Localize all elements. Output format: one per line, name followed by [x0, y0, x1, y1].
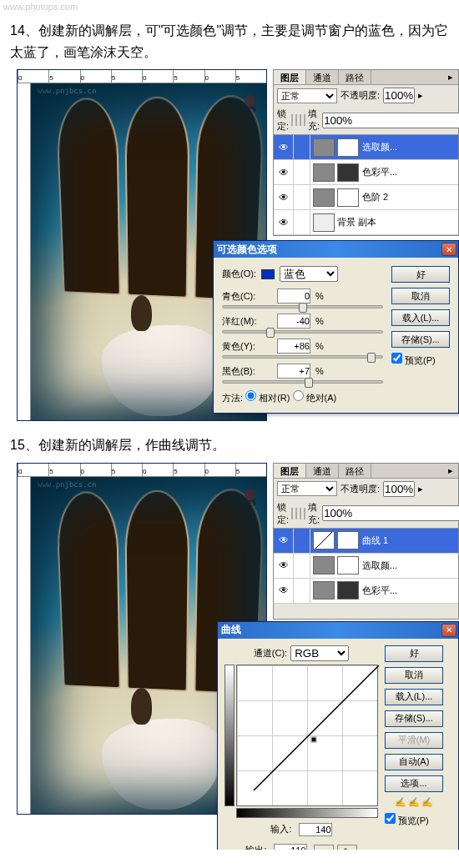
eyedropper-black-icon[interactable]: ✍: [395, 797, 406, 808]
layer-item[interactable]: 👁选取颜...: [274, 135, 458, 160]
visibility-eye-icon[interactable]: 👁: [274, 185, 294, 209]
slider-label: 青色(C):: [222, 290, 272, 303]
layer-thumb: [313, 556, 335, 574]
eyedropper-white-icon[interactable]: ✍: [421, 797, 433, 808]
ruler-vertical: [18, 477, 31, 814]
tab-layers[interactable]: 图层: [274, 70, 306, 84]
method-relative-radio[interactable]: 相对(R): [245, 393, 290, 403]
output-label: 输出:: [245, 844, 266, 850]
tab-channels[interactable]: 通道: [306, 464, 339, 478]
lock-brush-icon[interactable]: [295, 508, 297, 519]
cancel-button[interactable]: 取消: [391, 288, 450, 304]
slider-track[interactable]: [222, 355, 383, 359]
layer-item[interactable]: 👁色彩平...: [274, 579, 458, 604]
selective-color-title: 可选颜色选项: [217, 243, 441, 257]
curve-point[interactable]: [311, 736, 317, 742]
link-cell[interactable]: [294, 554, 310, 578]
opacity-input[interactable]: [383, 481, 415, 497]
fill-label: 填充:: [308, 108, 320, 133]
lock-move-icon[interactable]: [300, 114, 301, 126]
curve-tool-point-icon[interactable]: 〜: [314, 845, 334, 850]
preview-checkbox[interactable]: 预览(P): [391, 353, 450, 367]
slider-track[interactable]: [222, 330, 383, 334]
layer-item[interactable]: 👁色彩平...: [274, 160, 458, 185]
color-label: 颜色(O):: [222, 268, 256, 280]
slider-track[interactable]: [222, 380, 383, 384]
load-button[interactable]: 载入(L)...: [391, 309, 450, 326]
lock-move-icon[interactable]: [300, 508, 301, 519]
link-cell[interactable]: [294, 160, 310, 184]
layer-mask-thumb: [337, 163, 359, 182]
visibility-eye-icon[interactable]: 👁: [274, 579, 294, 603]
curve-output-field[interactable]: [274, 844, 307, 850]
slider-value-input[interactable]: [277, 364, 310, 379]
slider-value-input[interactable]: [277, 288, 310, 304]
ok-button[interactable]: 好: [391, 266, 450, 283]
visibility-eye-icon[interactable]: 👁: [274, 135, 294, 159]
layer-thumb: [313, 163, 335, 182]
blend-mode-select[interactable]: 正常: [277, 481, 337, 496]
layer-name: 背景 副本: [337, 216, 458, 228]
slider-thumb-handle[interactable]: [367, 353, 376, 363]
visibility-eye-icon[interactable]: 👁: [274, 210, 294, 234]
link-cell[interactable]: [294, 185, 310, 209]
panel-menu-icon[interactable]: ▸: [443, 70, 458, 84]
visibility-eye-icon[interactable]: 👁: [274, 160, 294, 184]
layer-mask-thumb: [337, 531, 359, 549]
color-select[interactable]: 蓝色: [280, 266, 338, 282]
blend-mode-select[interactable]: 正常: [277, 88, 337, 103]
ruler-vertical: [18, 83, 31, 420]
tab-paths[interactable]: 路径: [339, 70, 371, 84]
link-cell[interactable]: [294, 210, 310, 234]
eyedropper-gray-icon[interactable]: ✍: [408, 797, 420, 808]
layer-thumb: [313, 138, 335, 157]
lock-transparent-icon[interactable]: [291, 114, 293, 126]
ok-button[interactable]: 好: [385, 645, 443, 662]
percent-label: %: [315, 316, 324, 326]
slider-thumb-handle[interactable]: [266, 328, 275, 338]
layer-item[interactable]: 👁色阶 2: [274, 185, 458, 210]
layer-item[interactable]: 👁选取颜...: [274, 554, 458, 579]
slider-value-input[interactable]: [277, 314, 310, 329]
lock-brush-icon[interactable]: [295, 114, 297, 126]
fill-input[interactable]: [322, 113, 459, 128]
lock-all-icon[interactable]: [304, 508, 305, 519]
tab-paths[interactable]: 路径: [339, 464, 371, 478]
channel-select[interactable]: RGB: [290, 645, 349, 661]
slider-track[interactable]: [222, 305, 383, 309]
method-absolute-radio[interactable]: 绝对(A): [293, 393, 337, 403]
slider-value-input[interactable]: [277, 339, 310, 354]
lock-all-icon[interactable]: [304, 114, 305, 126]
layer-mask-thumb: [337, 188, 359, 207]
opacity-input[interactable]: [383, 88, 415, 103]
link-cell[interactable]: [294, 579, 310, 603]
section-2: Ps 教程稿.psd @ 66.7% (曲... _ ▢ ✕ 05050505 …: [0, 463, 459, 821]
tab-layers[interactable]: 图层: [274, 464, 306, 478]
slider-thumb-handle[interactable]: [299, 303, 307, 313]
link-cell[interactable]: [294, 135, 310, 159]
fill-input[interactable]: [322, 505, 459, 521]
curve-input-field[interactable]: [299, 823, 332, 836]
dialog-close-button[interactable]: ✕: [441, 624, 456, 637]
channel-label: 通道(C):: [254, 647, 287, 660]
link-cell[interactable]: [294, 529, 310, 553]
curve-tool-pencil-icon[interactable]: ✎: [337, 845, 357, 850]
panel-menu-icon[interactable]: ▸: [443, 464, 458, 478]
dialog-close-button[interactable]: ✕: [441, 243, 456, 256]
layer-name: 选取颜...: [362, 141, 458, 153]
slider-thumb-handle[interactable]: [305, 378, 313, 388]
visibility-eye-icon[interactable]: 👁: [274, 554, 294, 578]
preview-checkbox[interactable]: 预览(P): [385, 813, 443, 827]
curves-dialog: 曲线 ✕ 通道(C): RGB: [217, 621, 459, 850]
visibility-eye-icon[interactable]: 👁: [274, 529, 294, 553]
tab-channels[interactable]: 通道: [306, 70, 339, 84]
save-button[interactable]: 存储(S)...: [391, 331, 450, 348]
lock-transparent-icon[interactable]: [291, 508, 293, 519]
layer-item[interactable]: 👁曲线 1: [274, 529, 458, 554]
opacity-arrow-icon[interactable]: ▸: [418, 90, 423, 101]
layers-panel-2: 图层 通道 路径 ▸ 正常 不透明度: ▸ 锁定: 填充: ▸ 👁曲线 1👁选取…: [273, 463, 459, 620]
curve-graph[interactable]: [236, 665, 378, 806]
opacity-arrow-icon[interactable]: ▸: [418, 484, 423, 494]
layer-item[interactable]: 👁背景 副本: [274, 210, 458, 235]
section-1: Ps 教程稿.psd @ 66.7% (选... _ ▢ ✕ 05050505 …: [0, 69, 459, 428]
